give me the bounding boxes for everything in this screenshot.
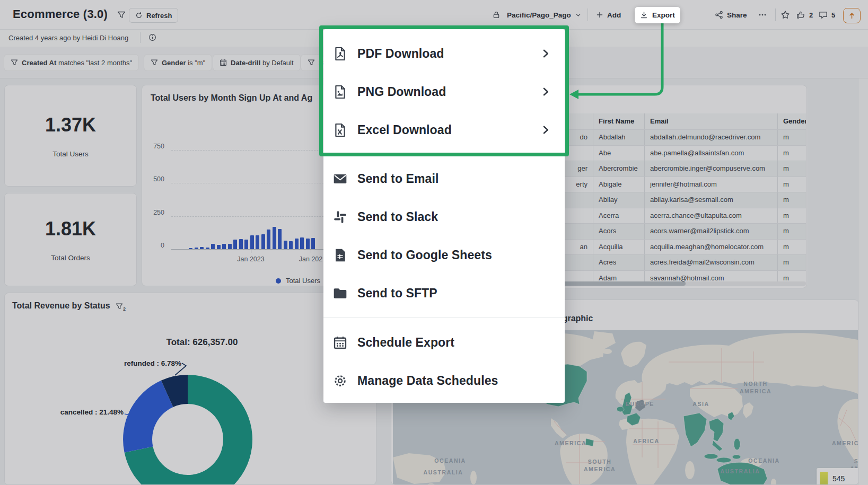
menu-item-label: Send to Email <box>357 172 551 186</box>
chevron-right-icon <box>540 86 551 97</box>
menu-item-label: Excel Download <box>357 123 540 137</box>
sheets-icon <box>333 248 347 262</box>
menu-item-label: PNG Download <box>357 85 540 99</box>
menu-item-pdf-download[interactable]: PDF Download <box>323 34 565 73</box>
chevron-right-icon <box>540 125 551 135</box>
export-menu: PDF DownloadPNG DownloadExcel DownloadSe… <box>323 29 565 403</box>
menu-item-label: Schedule Export <box>357 336 551 350</box>
menu-item-send-to-email[interactable]: Send to Email <box>323 160 565 198</box>
gear-icon <box>333 374 347 388</box>
export-label: Export <box>652 11 675 19</box>
menu-item-label: Manage Data Schedules <box>357 374 551 388</box>
menu-item-send-to-google-sheets[interactable]: Send to Google Sheets <box>323 236 565 274</box>
menu-item-schedule-export[interactable]: Schedule Export <box>323 323 565 361</box>
file-pdf-icon <box>333 47 347 61</box>
folder-icon <box>333 286 347 301</box>
calendar-icon <box>333 336 347 350</box>
dashboard-app: Ecommerce (3.0) Refresh Pacific/Pago_Pag… <box>0 0 868 485</box>
download-icon <box>640 11 648 19</box>
menu-item-label: Send to SFTP <box>357 286 551 301</box>
menu-item-send-to-sftp[interactable]: Send to SFTP <box>323 274 565 312</box>
menu-item-manage-data-schedules[interactable]: Manage Data Schedules <box>323 361 565 400</box>
menu-item-label: Send to Google Sheets <box>357 248 551 262</box>
menu-item-excel-download[interactable]: Excel Download <box>323 111 565 149</box>
export-button[interactable]: Export <box>635 7 680 23</box>
file-excel-icon <box>333 123 347 137</box>
chevron-right-icon <box>540 48 551 59</box>
menu-divider <box>323 318 565 318</box>
menu-item-label: Send to Slack <box>357 210 551 224</box>
file-png-icon <box>333 85 347 99</box>
menu-item-label: PDF Download <box>357 47 540 61</box>
menu-item-png-download[interactable]: PNG Download <box>323 73 565 111</box>
menu-item-send-to-slack[interactable]: Send to Slack <box>323 198 565 236</box>
slack-icon <box>333 210 347 224</box>
email-icon <box>333 172 347 186</box>
